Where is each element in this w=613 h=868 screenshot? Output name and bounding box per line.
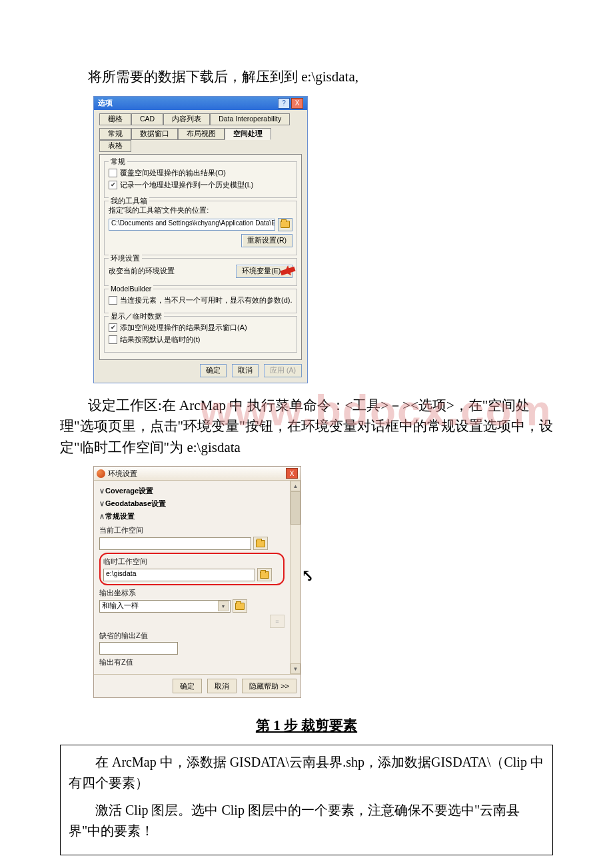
tab-raster[interactable]: 栅格: [99, 113, 131, 125]
tab-general[interactable]: 常规: [99, 128, 131, 140]
checkbox-overwrite-label: 覆盖空间处理操作的输出结果(O): [120, 168, 226, 178]
box-paragraph-1: 在 ArcMap 中，添数据 GISDATA\云南县界.shp，添加数据GISD…: [69, 752, 544, 793]
dialog2-title: 环境设置: [108, 469, 137, 479]
dialog2-buttons: 确定 取消 隐藏帮助 >>: [94, 674, 301, 697]
tab-layout[interactable]: 布局视图: [178, 128, 225, 140]
step-title: 第 1 步 裁剪要素: [60, 715, 553, 737]
checkbox-default-temp-label: 结果按照默认是临时的(t): [120, 335, 200, 345]
chevron-down-icon: ∨: [99, 487, 105, 495]
chevron-down-icon: ▾: [218, 601, 229, 611]
help-icon[interactable]: ?: [278, 98, 290, 109]
group-general: 常规 覆盖空间处理操作的输出结果(O) 记录一个地理处理操作到一个历史模型(L): [104, 161, 297, 198]
group-toolbox: 我的工具箱 指定'我的工具箱'文件夹的位置: C:\Documents and …: [104, 201, 297, 255]
cancel-button[interactable]: 取消: [207, 679, 237, 693]
group-temp-label: 显示／临时数据: [109, 312, 164, 321]
tab-row-1: 栅格 CAD 内容列表 Data Interoperability: [99, 113, 302, 125]
red-arrow-annotation: [281, 263, 307, 279]
browse-folder-button[interactable]: [278, 218, 293, 231]
tab-cad[interactable]: CAD: [131, 113, 163, 125]
toolbox-path-input[interactable]: C:\Documents and Settings\kchyang\Applic…: [109, 219, 275, 231]
checkbox-add-display-label: 添加空间处理操作的结果到显示窗口(A): [120, 323, 247, 333]
group-temp: 显示／临时数据 添加空间处理操作的结果到显示窗口(A) 结果按照默认是临时的(t…: [104, 316, 297, 353]
checkbox-overwrite[interactable]: [109, 169, 117, 177]
label-current-workspace: 当前工作空间: [99, 525, 285, 535]
label-has-z: 输出有Z值: [99, 657, 285, 667]
checkbox-add-display[interactable]: [109, 323, 117, 332]
vertical-scrollbar[interactable]: ▲ ▼: [290, 481, 301, 674]
scroll-up-icon[interactable]: ▲: [291, 481, 301, 491]
tab-content[interactable]: 内容列表: [163, 113, 210, 125]
box-paragraph-2: 激活 Clip 图层。选中 Clip 图层中的一个要素，注意确保不要选中"云南县…: [69, 800, 544, 841]
paragraph-setup: 设定工作区:在 ArcMap 中 执行菜单命令：<工具>－><选项>，在"空间处…: [60, 395, 553, 459]
output-coord-select[interactable]: 和输入一样▾: [99, 600, 231, 613]
folder-icon: [260, 571, 269, 579]
group-modelbuilder: ModelBuilder 当连接元素，当不只一个可用时，显示有效的参数(d).: [104, 289, 297, 313]
label-output-coord: 输出坐标系: [99, 588, 285, 598]
instructions-box: 在 ArcMap 中，添数据 GISDATA\云南县界.shp，添加数据GISD…: [60, 745, 553, 855]
current-workspace-input[interactable]: [99, 537, 251, 550]
tab-content-area: 常规 覆盖空间处理操作的输出结果(O) 记录一个地理处理操作到一个历史模型(L)…: [99, 154, 302, 360]
coord-extra-button: ≡: [270, 615, 285, 628]
temp-workspace-input[interactable]: e:\gisdata: [103, 569, 255, 581]
checkbox-model[interactable]: [109, 296, 117, 305]
group-env: 环境设置 改变当前的环境设置 环境变量(E)...: [104, 258, 297, 286]
label-temp-workspace: 临时工作空间: [103, 557, 281, 567]
scroll-track[interactable]: [291, 525, 301, 663]
checkbox-log-history[interactable]: [109, 181, 117, 189]
annotation-bracket: ⤣: [302, 567, 314, 584]
list-icon: ≡: [275, 618, 279, 625]
ok-button[interactable]: 确定: [200, 364, 227, 377]
folder-icon: [235, 603, 245, 610]
apply-button[interactable]: 应用 (A): [264, 364, 302, 377]
chevron-down-icon: ∨: [99, 499, 105, 508]
folder-icon: [281, 221, 290, 228]
browse-coord-button[interactable]: [233, 599, 247, 613]
close-icon[interactable]: X: [291, 98, 303, 109]
group-toolbox-label: 我的工具箱: [109, 197, 149, 206]
env-hint: 改变当前的环境设置: [109, 266, 175, 276]
scroll-down-icon[interactable]: ▼: [291, 663, 301, 674]
accordion-coverage[interactable]: ∨Coverage设置: [99, 485, 285, 497]
browse-current-button[interactable]: [253, 537, 268, 550]
chevron-up-icon: ∧: [99, 512, 105, 521]
cancel-button[interactable]: 取消: [232, 364, 259, 377]
checkbox-model-label: 当连接元素，当不只一个可用时，显示有效的参数(d).: [120, 295, 293, 305]
group-modelbuilder-label: ModelBuilder: [109, 285, 153, 293]
toolbox-hint: 指定'我的工具箱'文件夹的位置:: [109, 205, 293, 215]
label-default-z: 缺省的输出Z值: [99, 631, 285, 641]
dialog1-buttons: 确定 取消 应用 (A): [99, 364, 302, 377]
environment-settings-dialog: 环境设置 X ∨Coverage设置 ∨Geodatabase设置 ∧常规设置 …: [93, 466, 301, 698]
close-icon[interactable]: X: [286, 468, 298, 479]
accordion-geodatabase[interactable]: ∨Geodatabase设置: [99, 497, 285, 510]
group-general-label: 常规: [109, 157, 127, 167]
globe-icon: [97, 469, 105, 478]
paragraph-intro: 将所需要的数据下载后，解压到到 e:\gisdata,: [60, 67, 553, 88]
tab-geoprocessing[interactable]: 空间处理: [225, 128, 271, 140]
checkbox-log-history-label: 记录一个地理处理操作到一个历史模型(L): [120, 180, 253, 190]
options-dialog: 选项 ? X 栅格 CAD 内容列表 Data Interoperability…: [93, 96, 308, 383]
accordion-general[interactable]: ∧常规设置: [99, 510, 285, 523]
tab-row-2: 常规 数据窗口 布局视图 空间处理 表格: [99, 127, 302, 151]
dialog1-title: 选项: [98, 98, 113, 108]
tab-interop[interactable]: Data Interoperability: [210, 113, 290, 125]
dialog2-titlebar: 环境设置 X: [94, 467, 301, 481]
ok-button[interactable]: 确定: [173, 679, 202, 693]
settings-panel: ∨Coverage设置 ∨Geodatabase设置 ∧常规设置 当前工作空间 …: [94, 481, 290, 674]
browse-temp-button[interactable]: [257, 568, 272, 581]
checkbox-default-temp[interactable]: [109, 335, 117, 344]
scroll-thumb[interactable]: [291, 491, 301, 525]
temp-workspace-highlight: 临时工作空间 e:\gisdata: [99, 553, 285, 585]
default-z-input[interactable]: [99, 642, 178, 655]
tab-data-window[interactable]: 数据窗口: [131, 128, 178, 140]
dialog1-titlebar: 选项 ? X: [94, 97, 307, 110]
tab-tables[interactable]: 表格: [99, 140, 131, 152]
hide-help-button[interactable]: 隐藏帮助 >>: [242, 679, 297, 693]
reset-button[interactable]: 重新设置(R): [241, 234, 293, 247]
folder-icon: [256, 540, 265, 547]
group-env-label: 环境设置: [109, 254, 142, 263]
